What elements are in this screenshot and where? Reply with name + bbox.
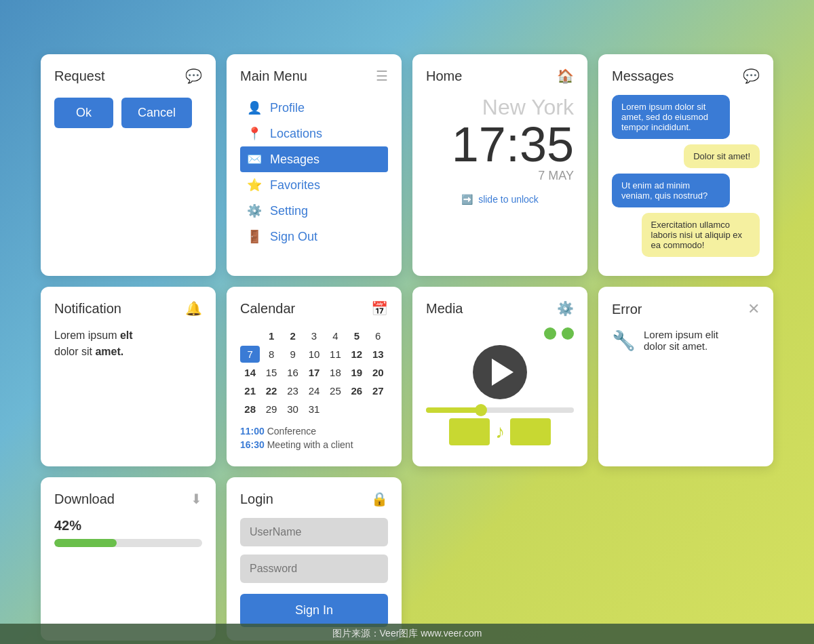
login-card: Login 🔒 Sign In xyxy=(227,477,402,641)
ok-button[interactable]: Ok xyxy=(54,98,113,128)
notification-card: Notification 🔔 Lorem ipsum eltdolor sit … xyxy=(41,287,216,466)
slide-unlock-label: slide to unlock xyxy=(478,194,539,205)
home-title: Home xyxy=(426,68,462,84)
menu-item-signout[interactable]: 🚪 Sign Out xyxy=(240,224,388,249)
download-header: Download ⬇ xyxy=(54,491,202,507)
film-strip-right xyxy=(510,418,551,445)
cal-day: 6 xyxy=(368,327,388,344)
menu-item-settings[interactable]: ⚙️ Setting xyxy=(240,198,388,224)
menu-item-favorites[interactable]: ⭐ Favorites xyxy=(240,172,388,198)
main-menu-header: Main Menu ☰ xyxy=(240,68,388,84)
cal-day: 2 xyxy=(283,327,303,344)
progress-bar xyxy=(54,539,202,547)
menu-item-messages[interactable]: ✉️ Mesages xyxy=(240,146,388,172)
messages-menu-icon: ✉️ xyxy=(247,152,262,167)
error-card: Error ✕ 🔧 Lorem ipsum elit dolor sit ame… xyxy=(598,287,773,466)
main-menu-icon: ☰ xyxy=(376,68,388,84)
cal-day: 29 xyxy=(261,401,281,418)
media-title: Media xyxy=(426,301,463,317)
settings-icon: ⚙️ xyxy=(247,203,262,218)
calendar-title: Calendar xyxy=(240,301,295,317)
calendar-event-2: 16:30 Meeting with a client xyxy=(240,439,388,450)
media-icon: ⚙️ xyxy=(557,300,574,317)
cal-day: 5 xyxy=(347,327,366,344)
menu-favorites-label: Favorites xyxy=(270,178,320,193)
error-text: Lorem ipsum elit dolor sit amet. xyxy=(644,329,718,352)
home-time: 17:35 xyxy=(426,120,574,169)
cancel-button[interactable]: Cancel xyxy=(121,98,192,128)
cal-day: 31 xyxy=(304,401,324,418)
main-menu-card: Main Menu ☰ 👤 Profile 📍 Locations ✉️ Mes… xyxy=(227,54,402,276)
wrench-icon: 🔧 xyxy=(612,329,636,352)
username-input[interactable] xyxy=(240,518,388,546)
media-slider-fill xyxy=(426,407,478,413)
cal-day: 1 xyxy=(261,327,281,344)
messages-title: Messages xyxy=(612,68,674,84)
event1-name: Conference xyxy=(267,426,316,437)
request-header: Request 💬 xyxy=(54,68,202,84)
cal-day: 13 xyxy=(368,346,388,363)
notification-icon: 🔔 xyxy=(185,300,202,317)
menu-item-profile[interactable]: 👤 Profile xyxy=(240,95,388,121)
calendar-grid: 1 2 3 4 5 6 7 8 9 10 11 12 13 14 15 16 1… xyxy=(240,327,388,418)
error-header: Error ✕ xyxy=(612,300,760,318)
signout-icon: 🚪 xyxy=(247,229,262,244)
download-title: Download xyxy=(54,491,115,507)
signin-button[interactable]: Sign In xyxy=(240,594,388,627)
media-card: Media ⚙️ ♪ xyxy=(412,287,587,466)
watermark-text: 图片来源：Veer图库 www.veer.com xyxy=(332,628,482,639)
media-dot-1 xyxy=(544,327,556,340)
home-icon: 🏠 xyxy=(557,68,574,84)
main-menu-title: Main Menu xyxy=(240,68,307,84)
cal-day: 12 xyxy=(347,346,366,363)
cal-day: 8 xyxy=(261,346,281,363)
music-note-icon: ♪ xyxy=(495,421,505,443)
cal-day: 26 xyxy=(347,382,366,399)
menu-profile-label: Profile xyxy=(270,101,305,115)
media-dot-2 xyxy=(562,327,574,340)
cal-day: 11 xyxy=(326,346,345,363)
login-header: Login 🔒 xyxy=(240,491,388,507)
calendar-header: Calendar 📅 xyxy=(240,300,388,317)
cal-day: 23 xyxy=(283,382,303,399)
login-title: Login xyxy=(240,491,273,507)
messages-icon: 💬 xyxy=(743,68,760,84)
notification-text: Lorem ipsum eltdolor sit amet. xyxy=(54,327,202,360)
cal-day: 20 xyxy=(368,364,388,381)
menu-item-locations[interactable]: 📍 Locations xyxy=(240,121,388,146)
menu-settings-label: Setting xyxy=(270,204,308,218)
play-triangle-icon xyxy=(492,359,513,386)
cal-day: 10 xyxy=(304,346,324,363)
close-icon: ✕ xyxy=(748,300,760,318)
lock-icon: 🔒 xyxy=(371,491,388,507)
locations-icon: 📍 xyxy=(247,126,262,141)
cal-day: 9 xyxy=(283,346,303,363)
home-card: Home 🏠 New York 17:35 7 MAY ➡️ slide to … xyxy=(412,54,587,276)
cal-day-today: 7 xyxy=(240,346,260,363)
message-bubble-2: Dolor sit amet! xyxy=(684,144,760,168)
cal-day xyxy=(240,327,260,344)
play-button[interactable] xyxy=(473,345,527,399)
request-icon: 💬 xyxy=(185,68,202,84)
download-card: Download ⬇ 42% xyxy=(41,477,216,641)
favorites-icon: ⭐ xyxy=(247,178,262,193)
cal-day: 14 xyxy=(240,364,260,381)
error-title: Error xyxy=(612,302,642,317)
calendar-card: Calendar 📅 1 2 3 4 5 6 7 8 9 10 11 12 13… xyxy=(227,287,402,466)
message-bubble-3: Ut enim ad minim veniam, quis nostrud? xyxy=(612,174,730,207)
media-controls-row xyxy=(426,327,574,340)
media-film-row: ♪ xyxy=(426,418,574,445)
messages-header: Messages 💬 xyxy=(612,68,760,84)
watermark: 图片来源：Veer图库 www.veer.com xyxy=(0,624,814,644)
media-slider-track xyxy=(426,407,574,413)
event2-time: 16:30 xyxy=(240,439,265,450)
messages-card: Messages 💬 Lorem ipsum dolor sit amet, s… xyxy=(598,54,773,276)
cal-day: 17 xyxy=(304,364,324,381)
slide-unlock[interactable]: ➡️ slide to unlock xyxy=(426,194,574,205)
password-input[interactable] xyxy=(240,555,388,583)
progress-fill xyxy=(54,539,117,547)
media-slider-thumb[interactable] xyxy=(475,404,487,416)
event2-name: Meeting with a client xyxy=(267,439,353,450)
cal-day: 22 xyxy=(261,382,281,399)
message-bubble-4: Exercitation ullamco laboris nisi ut ali… xyxy=(642,213,760,257)
